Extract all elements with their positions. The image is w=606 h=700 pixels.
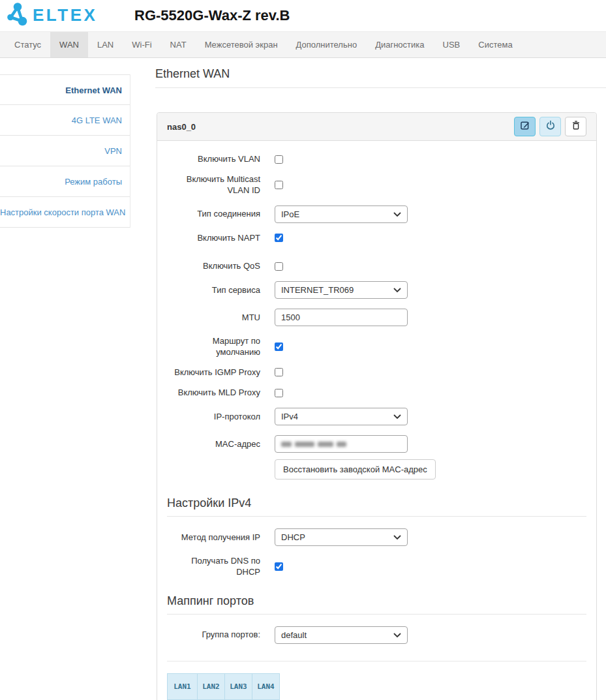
- chevron-down-icon: [393, 285, 401, 295]
- panel-header: nas0_0: [157, 113, 596, 141]
- tab-system[interactable]: Система: [469, 32, 521, 57]
- mac-address-label: MAC-адрес: [167, 439, 260, 449]
- port-group-select[interactable]: default: [275, 626, 408, 644]
- sidebar-item-4g-lte-wan[interactable]: 4G LTE WAN: [0, 105, 130, 136]
- top-header: ELTEX RG-5520G-Wax-Z rev.B: [0, 0, 606, 31]
- form-row-mtu: MTU: [167, 309, 586, 326]
- qos-checkbox[interactable]: [275, 262, 283, 271]
- port-cell-lan1[interactable]: LAN1: [168, 673, 198, 699]
- mld-proxy-label: Включить MLD Proxy: [167, 388, 260, 398]
- form-row-multicast-vlan: Включить Multicast VLAN ID: [167, 174, 586, 196]
- vlan-label: Включить VLAN: [167, 154, 260, 164]
- multicast-vlan-label: Включить Multicast VLAN ID: [167, 174, 260, 196]
- logo-wordmark: ELTEX: [33, 5, 97, 25]
- vlan-checkbox[interactable]: [275, 155, 283, 164]
- tab-nat[interactable]: NAT: [161, 32, 196, 57]
- ip-protocol-value: IPv4: [281, 412, 298, 421]
- divider: [167, 661, 586, 662]
- service-type-label: Тип сервиса: [167, 285, 260, 296]
- panel-body: Включить VLAN Включить Multicast VLAN ID…: [157, 141, 596, 700]
- sidebar-item-ethernet-wan[interactable]: Ethernet WAN: [0, 74, 130, 105]
- form-row-port-group: Группа портов: default: [167, 626, 586, 644]
- service-type-value: INTERNET_TR069: [281, 285, 354, 295]
- form-row-default-route: Маршрут по умолчанию: [167, 336, 586, 358]
- mtu-input[interactable]: [275, 309, 408, 326]
- form-row-dns-by-dhcp: Получать DNS по DHCP: [167, 556, 586, 577]
- form-row-vlan: Включить VLAN: [167, 154, 586, 164]
- port-cell-lan3[interactable]: LAN3: [225, 673, 252, 699]
- port-group-label: Группа портов:: [167, 630, 260, 640]
- ip-method-value: DHCP: [281, 532, 305, 542]
- mld-proxy-checkbox[interactable]: [275, 389, 283, 397]
- form-row-napt: Включить NAPT: [167, 233, 586, 243]
- default-route-checkbox[interactable]: [275, 342, 283, 351]
- form-row-qos: Включить QoS: [167, 261, 586, 271]
- form-row-service-type: Тип сервиса INTERNET_TR069: [167, 281, 586, 299]
- chevron-down-icon: [393, 630, 401, 640]
- delete-button[interactable]: [565, 117, 586, 136]
- form-row-igmp-proxy: Включить IGMP Proxy: [167, 367, 586, 378]
- restore-factory-mac-button[interactable]: Восстановить заводской MAC-адрес: [275, 459, 436, 479]
- dns-by-dhcp-label: Получать DNS по DHCP: [167, 556, 260, 577]
- multicast-vlan-checkbox[interactable]: [275, 181, 283, 189]
- port-mapping-table: LAN1 LAN2 LAN3 LAN4 5GHz VAP1 VAP2 VAP3 …: [167, 673, 280, 700]
- tab-wifi[interactable]: Wi-Fi: [123, 32, 160, 57]
- interface-name: nas0_0: [167, 122, 196, 132]
- page-title: Ethernet WAN: [155, 67, 606, 88]
- form-row-mld-proxy: Включить MLD Proxy: [167, 388, 586, 398]
- sidebar-item-wan-port-speed[interactable]: Настройки скорости порта WAN: [0, 197, 130, 228]
- igmp-proxy-checkbox[interactable]: [275, 368, 283, 376]
- power-toggle-button[interactable]: [539, 117, 561, 136]
- sidebar: Ethernet WAN 4G LTE WAN VPN Режим работы…: [0, 58, 130, 228]
- ip-method-select[interactable]: DHCP: [275, 528, 408, 546]
- tab-status[interactable]: Статус: [5, 32, 50, 57]
- tab-wan[interactable]: WAN: [50, 32, 88, 57]
- mac-address-masked-value: [281, 442, 346, 447]
- napt-label: Включить NAPT: [167, 233, 260, 243]
- tab-firewall[interactable]: Межсетевой экран: [196, 32, 287, 57]
- edit-button[interactable]: [514, 117, 536, 136]
- tab-diagnostics[interactable]: Диагностика: [366, 32, 433, 57]
- form-row-ip-protocol: IP-протокол IPv4: [167, 408, 586, 425]
- port-cell-lan2[interactable]: LAN2: [198, 673, 225, 699]
- napt-checkbox[interactable]: [275, 234, 283, 242]
- qos-label: Включить QoS: [167, 261, 260, 271]
- chevron-down-icon: [393, 209, 401, 219]
- sidebar-item-work-mode[interactable]: Режим работы: [0, 166, 130, 197]
- table-row: LAN1 LAN2 LAN3 LAN4: [168, 673, 280, 699]
- form-row-connection-type: Тип соединения IPoE: [167, 205, 586, 223]
- port-cell-lan4[interactable]: LAN4: [252, 673, 280, 699]
- igmp-proxy-label: Включить IGMP Proxy: [167, 367, 260, 378]
- dns-by-dhcp-checkbox[interactable]: [275, 562, 283, 571]
- main-content: Ethernet WAN nas0_0: [130, 58, 606, 700]
- eltex-logo: ELTEX: [7, 1, 106, 30]
- pencil-square-icon: [520, 120, 530, 133]
- port-group-value: default: [281, 630, 307, 640]
- connection-type-value: IPoE: [281, 209, 299, 219]
- main-navbar: Статус WAN LAN Wi-Fi NAT Межсетевой экра…: [0, 31, 606, 58]
- chevron-down-icon: [393, 532, 401, 542]
- tab-lan[interactable]: LAN: [88, 32, 123, 57]
- service-type-select[interactable]: INTERNET_TR069: [275, 281, 408, 299]
- chevron-down-icon: [393, 412, 401, 421]
- sidebar-item-vpn[interactable]: VPN: [0, 136, 130, 166]
- wan-interface-panel: nas0_0: [157, 112, 597, 700]
- power-icon: [545, 120, 556, 133]
- tab-advanced[interactable]: Дополнительно: [287, 32, 367, 57]
- ip-protocol-select[interactable]: IPv4: [275, 408, 408, 425]
- port-mapping-heading: Маппинг портов: [167, 594, 586, 615]
- tab-usb[interactable]: USB: [434, 32, 470, 57]
- form-row-mac-address: MAC-адрес: [167, 435, 586, 453]
- connection-type-label: Тип соединения: [167, 209, 260, 219]
- mac-address-input[interactable]: [275, 435, 408, 453]
- connection-type-select[interactable]: IPoE: [275, 205, 408, 223]
- device-title: RG-5520G-Wax-Z rev.B: [134, 7, 290, 24]
- default-route-label: Маршрут по умолчанию: [167, 336, 260, 358]
- ip-method-label: Метод получения IP: [167, 532, 260, 543]
- mtu-label: MTU: [167, 312, 260, 323]
- ipv4-settings-heading: Настройки IPv4: [167, 496, 586, 517]
- trash-icon: [571, 120, 581, 133]
- form-row-ip-method: Метод получения IP DHCP: [167, 528, 586, 546]
- ip-protocol-label: IP-протокол: [167, 412, 260, 422]
